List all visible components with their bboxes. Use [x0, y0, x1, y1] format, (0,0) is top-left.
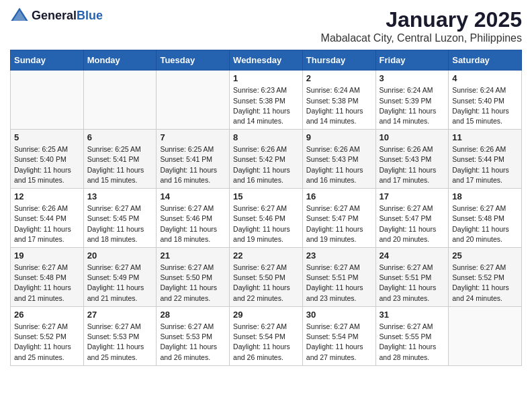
day-info: Sunrise: 6:27 AMSunset: 5:55 PMDaylight:…: [380, 322, 445, 363]
calendar-cell: 8Sunrise: 6:26 AMSunset: 5:42 PMDaylight…: [230, 130, 303, 189]
day-number: 30: [306, 310, 372, 320]
location-title: Mabalacat City, Central Luzon, Philippin…: [321, 32, 522, 44]
day-info: Sunrise: 6:27 AMSunset: 5:46 PMDaylight:…: [160, 203, 226, 244]
day-number: 11: [452, 132, 518, 142]
calendar-cell: 15Sunrise: 6:27 AMSunset: 5:46 PMDayligh…: [230, 189, 303, 248]
calendar-cell: 22Sunrise: 6:27 AMSunset: 5:50 PMDayligh…: [230, 248, 303, 307]
day-info: Sunrise: 6:23 AMSunset: 5:38 PMDaylight:…: [233, 85, 299, 126]
day-number: 10: [380, 132, 445, 142]
calendar-cell: 21Sunrise: 6:27 AMSunset: 5:50 PMDayligh…: [157, 248, 230, 307]
day-info: Sunrise: 6:27 AMSunset: 5:51 PMDaylight:…: [380, 263, 445, 304]
day-info: Sunrise: 6:27 AMSunset: 5:52 PMDaylight:…: [14, 322, 80, 363]
day-info: Sunrise: 6:27 AMSunset: 5:51 PMDaylight:…: [306, 263, 372, 304]
calendar-cell: 28Sunrise: 6:27 AMSunset: 5:53 PMDayligh…: [157, 306, 230, 365]
day-info: Sunrise: 6:25 AMSunset: 5:41 PMDaylight:…: [87, 144, 153, 185]
calendar-cell: 14Sunrise: 6:27 AMSunset: 5:46 PMDayligh…: [157, 189, 230, 248]
calendar-table: SundayMondayTuesdayWednesdayThursdayFrid…: [10, 50, 522, 365]
calendar-cell: [449, 306, 522, 365]
day-info: Sunrise: 6:27 AMSunset: 5:47 PMDaylight:…: [306, 203, 372, 244]
day-info: Sunrise: 6:27 AMSunset: 5:46 PMDaylight:…: [233, 203, 299, 244]
col-header-friday: Friday: [375, 50, 449, 71]
day-info: Sunrise: 6:27 AMSunset: 5:50 PMDaylight:…: [233, 263, 299, 304]
logo-general-text: General: [32, 9, 77, 23]
calendar-cell: 5Sunrise: 6:25 AMSunset: 5:40 PMDaylight…: [11, 130, 84, 189]
title-block: January 2025 Mabalacat City, Central Luz…: [321, 7, 522, 44]
day-number: 25: [452, 250, 518, 261]
calendar-header-row: SundayMondayTuesdayWednesdayThursdayFrid…: [11, 50, 522, 71]
calendar-cell: [83, 71, 157, 130]
col-header-thursday: Thursday: [302, 50, 375, 71]
calendar-cell: 12Sunrise: 6:26 AMSunset: 5:44 PMDayligh…: [11, 189, 84, 248]
day-number: 31: [380, 310, 445, 320]
day-number: 13: [87, 191, 153, 201]
calendar-cell: 16Sunrise: 6:27 AMSunset: 5:47 PMDayligh…: [302, 189, 375, 248]
day-number: 6: [87, 132, 153, 142]
calendar-cell: 23Sunrise: 6:27 AMSunset: 5:51 PMDayligh…: [302, 248, 375, 307]
day-info: Sunrise: 6:27 AMSunset: 5:50 PMDaylight:…: [160, 263, 226, 304]
day-info: Sunrise: 6:27 AMSunset: 5:48 PMDaylight:…: [452, 203, 518, 244]
day-number: 19: [14, 250, 80, 261]
day-info: Sunrise: 6:24 AMSunset: 5:38 PMDaylight:…: [306, 85, 372, 126]
day-info: Sunrise: 6:27 AMSunset: 5:48 PMDaylight:…: [14, 263, 80, 304]
day-info: Sunrise: 6:24 AMSunset: 5:40 PMDaylight:…: [452, 85, 518, 126]
day-info: Sunrise: 6:24 AMSunset: 5:39 PMDaylight:…: [380, 85, 445, 126]
col-header-tuesday: Tuesday: [157, 50, 230, 71]
day-number: 24: [380, 250, 445, 261]
day-info: Sunrise: 6:26 AMSunset: 5:44 PMDaylight:…: [452, 144, 518, 185]
col-header-monday: Monday: [83, 50, 157, 71]
day-number: 28: [160, 310, 226, 320]
calendar-week-row: 19Sunrise: 6:27 AMSunset: 5:48 PMDayligh…: [11, 248, 522, 307]
day-info: Sunrise: 6:26 AMSunset: 5:42 PMDaylight:…: [233, 144, 299, 185]
calendar-cell: 19Sunrise: 6:27 AMSunset: 5:48 PMDayligh…: [11, 248, 84, 307]
col-header-saturday: Saturday: [449, 50, 522, 71]
day-info: Sunrise: 6:26 AMSunset: 5:43 PMDaylight:…: [306, 144, 372, 185]
day-number: 4: [452, 73, 518, 83]
calendar-cell: [157, 71, 230, 130]
day-number: 5: [14, 132, 80, 142]
calendar-cell: 11Sunrise: 6:26 AMSunset: 5:44 PMDayligh…: [449, 130, 522, 189]
calendar-cell: 30Sunrise: 6:27 AMSunset: 5:54 PMDayligh…: [302, 306, 375, 365]
calendar-cell: 7Sunrise: 6:25 AMSunset: 5:41 PMDaylight…: [157, 130, 230, 189]
calendar-cell: 25Sunrise: 6:27 AMSunset: 5:52 PMDayligh…: [449, 248, 522, 307]
day-info: Sunrise: 6:27 AMSunset: 5:54 PMDaylight:…: [306, 322, 372, 363]
calendar-cell: 2Sunrise: 6:24 AMSunset: 5:38 PMDaylight…: [302, 71, 375, 130]
calendar-cell: 13Sunrise: 6:27 AMSunset: 5:45 PMDayligh…: [83, 189, 157, 248]
day-number: 15: [233, 191, 299, 201]
day-number: 1: [233, 73, 299, 83]
day-number: 21: [160, 250, 226, 261]
month-title: January 2025: [321, 7, 522, 32]
calendar-cell: 10Sunrise: 6:26 AMSunset: 5:43 PMDayligh…: [375, 130, 449, 189]
logo: General Blue: [10, 7, 103, 26]
calendar-cell: 3Sunrise: 6:24 AMSunset: 5:39 PMDaylight…: [375, 71, 449, 130]
day-number: 23: [306, 250, 372, 261]
calendar-cell: 6Sunrise: 6:25 AMSunset: 5:41 PMDaylight…: [83, 130, 157, 189]
calendar-week-row: 1Sunrise: 6:23 AMSunset: 5:38 PMDaylight…: [11, 71, 522, 130]
calendar-cell: 20Sunrise: 6:27 AMSunset: 5:49 PMDayligh…: [83, 248, 157, 307]
day-info: Sunrise: 6:27 AMSunset: 5:49 PMDaylight:…: [87, 263, 153, 304]
page-header: General Blue January 2025 Mabalacat City…: [10, 7, 522, 44]
day-number: 9: [306, 132, 372, 142]
day-number: 7: [160, 132, 226, 142]
calendar-week-row: 12Sunrise: 6:26 AMSunset: 5:44 PMDayligh…: [11, 189, 522, 248]
calendar-cell: 26Sunrise: 6:27 AMSunset: 5:52 PMDayligh…: [11, 306, 84, 365]
day-info: Sunrise: 6:27 AMSunset: 5:47 PMDaylight:…: [380, 203, 445, 244]
day-info: Sunrise: 6:27 AMSunset: 5:53 PMDaylight:…: [87, 322, 153, 363]
day-number: 17: [380, 191, 445, 201]
calendar-cell: 1Sunrise: 6:23 AMSunset: 5:38 PMDaylight…: [230, 71, 303, 130]
day-number: 18: [452, 191, 518, 201]
day-number: 20: [87, 250, 153, 261]
calendar-cell: 27Sunrise: 6:27 AMSunset: 5:53 PMDayligh…: [83, 306, 157, 365]
day-info: Sunrise: 6:25 AMSunset: 5:40 PMDaylight:…: [14, 144, 80, 185]
calendar-cell: 4Sunrise: 6:24 AMSunset: 5:40 PMDaylight…: [449, 71, 522, 130]
day-info: Sunrise: 6:26 AMSunset: 5:43 PMDaylight:…: [380, 144, 445, 185]
day-info: Sunrise: 6:27 AMSunset: 5:53 PMDaylight:…: [160, 322, 226, 363]
calendar-cell: 24Sunrise: 6:27 AMSunset: 5:51 PMDayligh…: [375, 248, 449, 307]
day-number: 29: [233, 310, 299, 320]
day-number: 8: [233, 132, 299, 142]
day-number: 26: [14, 310, 80, 320]
day-info: Sunrise: 6:27 AMSunset: 5:54 PMDaylight:…: [233, 322, 299, 363]
day-info: Sunrise: 6:25 AMSunset: 5:41 PMDaylight:…: [160, 144, 226, 185]
calendar-cell: 17Sunrise: 6:27 AMSunset: 5:47 PMDayligh…: [375, 189, 449, 248]
calendar-cell: 9Sunrise: 6:26 AMSunset: 5:43 PMDaylight…: [302, 130, 375, 189]
day-number: 12: [14, 191, 80, 201]
